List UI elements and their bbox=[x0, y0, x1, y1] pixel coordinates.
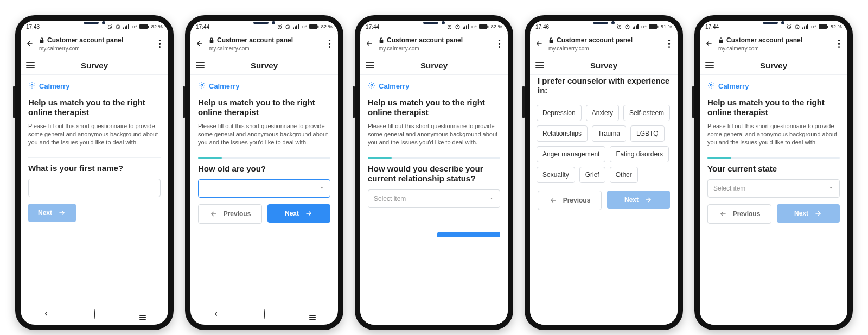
brand: Calmerry bbox=[700, 75, 847, 94]
page-title: Customer account panel bbox=[217, 37, 293, 44]
lock-icon bbox=[39, 36, 44, 46]
nav-recent-icon[interactable] bbox=[309, 308, 316, 320]
hamburger-icon[interactable] bbox=[196, 62, 205, 68]
clock-icon bbox=[285, 24, 291, 30]
svg-rect-5 bbox=[128, 24, 129, 29]
option-chip[interactable]: Other bbox=[610, 167, 638, 183]
hamburger-icon[interactable] bbox=[366, 62, 374, 68]
option-chip[interactable]: Trauma bbox=[592, 125, 626, 142]
brand-name: Calmerry bbox=[209, 82, 239, 90]
svg-rect-24 bbox=[463, 28, 464, 29]
brand: Calmerry bbox=[190, 75, 338, 94]
svg-rect-48 bbox=[807, 24, 808, 29]
page-host: my.calmerry.com bbox=[209, 46, 321, 52]
option-chip[interactable]: Sexuality bbox=[537, 167, 575, 183]
content-area: I prefer counselor with experience in: D… bbox=[530, 75, 678, 325]
option-chip[interactable]: Eating disorders bbox=[610, 146, 669, 162]
hamburger-icon[interactable] bbox=[535, 62, 544, 68]
select-input[interactable]: Select item bbox=[707, 179, 840, 198]
back-icon[interactable] bbox=[365, 40, 374, 47]
gear-icon bbox=[28, 81, 36, 91]
next-button[interactable]: Next bbox=[607, 191, 670, 209]
kebab-menu-icon[interactable] bbox=[834, 40, 843, 48]
previous-button[interactable]: Previous bbox=[198, 204, 262, 224]
signal-icon bbox=[123, 24, 130, 29]
chevron-down-icon bbox=[489, 195, 494, 203]
android-navbar bbox=[21, 305, 168, 325]
android-navbar bbox=[190, 305, 338, 325]
hamburger-icon[interactable] bbox=[26, 62, 35, 68]
first-name-input[interactable] bbox=[28, 179, 161, 197]
kebab-menu-icon[interactable] bbox=[155, 40, 164, 48]
brand: Calmerry bbox=[21, 75, 168, 94]
option-chip[interactable]: Self-esteem bbox=[623, 105, 670, 121]
select-placeholder: Select item bbox=[374, 195, 406, 203]
kebab-menu-icon[interactable] bbox=[495, 40, 503, 48]
option-chip[interactable]: Anger management bbox=[537, 146, 605, 162]
option-chip[interactable]: LGBTQ bbox=[630, 125, 665, 142]
brand-name: Calmerry bbox=[39, 82, 69, 90]
phone-notch bbox=[585, 21, 623, 25]
lock-icon bbox=[548, 36, 554, 46]
header-title: Survey bbox=[40, 61, 149, 70]
option-chip[interactable]: Depression bbox=[537, 105, 582, 121]
signal-icon bbox=[633, 24, 639, 29]
clock-icon bbox=[794, 24, 800, 30]
back-icon[interactable] bbox=[195, 40, 205, 47]
next-button[interactable]: Next bbox=[28, 204, 76, 222]
app-header: Survey bbox=[700, 56, 847, 75]
previous-label: Previous bbox=[563, 197, 591, 204]
svg-rect-18 bbox=[317, 26, 318, 28]
app-header: Survey bbox=[21, 56, 168, 75]
option-chip[interactable]: Relationships bbox=[537, 125, 588, 142]
back-icon[interactable] bbox=[704, 40, 714, 47]
previous-label: Previous bbox=[733, 210, 761, 218]
page-host: my.calmerry.com bbox=[39, 46, 151, 52]
phone-notch bbox=[245, 21, 283, 25]
nav-recent-icon[interactable] bbox=[139, 308, 146, 320]
brand: Calmerry bbox=[360, 75, 508, 94]
status-time: 17:43 bbox=[26, 24, 40, 30]
svg-rect-50 bbox=[827, 26, 828, 28]
previous-button[interactable]: Previous bbox=[538, 191, 602, 210]
phone-frame: 17:43 H⁺ 82 % Custome bbox=[15, 15, 174, 330]
kebab-menu-icon[interactable] bbox=[325, 40, 334, 48]
nav-back-icon[interactable] bbox=[213, 309, 219, 319]
next-label: Next bbox=[624, 196, 639, 204]
battery-text: 82 % bbox=[321, 24, 333, 29]
option-chip[interactable]: Grief bbox=[579, 167, 605, 183]
phone-frame: 17:44 H⁺ 82 % Custome bbox=[355, 15, 513, 330]
kebab-menu-icon[interactable] bbox=[665, 40, 673, 48]
page-title: Customer account panel bbox=[387, 37, 463, 44]
phone-notch bbox=[755, 21, 793, 25]
nav-home-icon[interactable] bbox=[264, 309, 265, 319]
signal-icon bbox=[802, 24, 809, 29]
next-button[interactable] bbox=[437, 232, 500, 237]
hamburger-icon[interactable] bbox=[705, 62, 714, 68]
progress-bar bbox=[368, 157, 500, 159]
nav-back-icon[interactable] bbox=[43, 309, 49, 319]
question-heading: What is your first name? bbox=[28, 163, 161, 174]
back-icon[interactable] bbox=[25, 40, 35, 47]
age-select[interactable] bbox=[198, 179, 330, 198]
svg-rect-2 bbox=[123, 28, 124, 29]
option-chip[interactable]: Anxiety bbox=[586, 105, 619, 121]
signal-icon bbox=[463, 24, 469, 29]
select-input[interactable]: Select item bbox=[368, 189, 500, 208]
next-label: Next bbox=[794, 210, 808, 217]
svg-rect-42 bbox=[550, 40, 553, 43]
intro-heading: Help us match you to the right online th… bbox=[707, 98, 840, 118]
next-button[interactable]: Next bbox=[267, 204, 330, 223]
svg-rect-7 bbox=[148, 26, 149, 28]
back-icon[interactable] bbox=[534, 40, 544, 47]
svg-rect-26 bbox=[466, 26, 467, 29]
app-header: Survey bbox=[190, 56, 338, 75]
previous-button[interactable]: Previous bbox=[707, 204, 771, 224]
page-host: my.calmerry.com bbox=[379, 46, 490, 52]
next-label: Next bbox=[38, 209, 52, 217]
question-heading: How old are you? bbox=[198, 164, 330, 174]
nav-home-icon[interactable] bbox=[94, 309, 95, 319]
next-button[interactable]: Next bbox=[777, 204, 840, 223]
browser-bar: Customer account panel my.calmerry.com bbox=[360, 33, 508, 56]
chevron-down-icon bbox=[319, 185, 324, 192]
